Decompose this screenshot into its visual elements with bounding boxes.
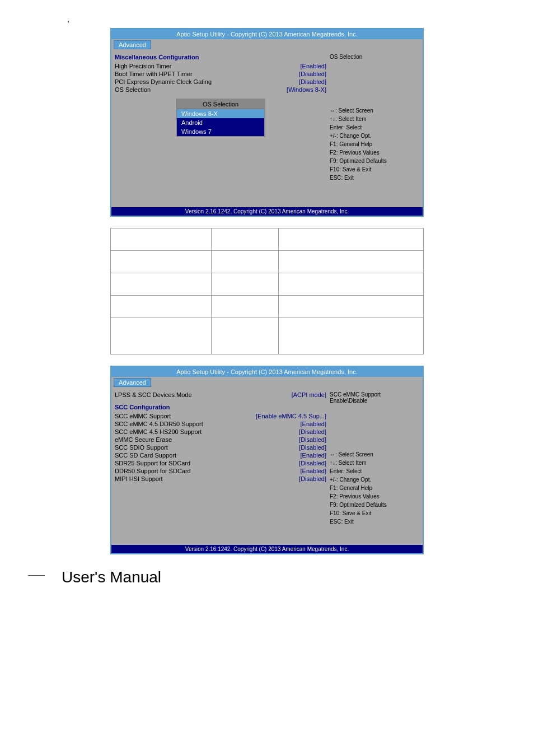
nav-help2-line-5: F1: General Help — [330, 484, 419, 492]
ddr50-sd-label: DDR50 Support for SDCard — [115, 468, 191, 474]
table-cell — [111, 296, 212, 318]
table-cell — [211, 318, 278, 354]
nav-help2-line-9: ESC: Exit — [330, 517, 419, 526]
sdio-value: [Disabled] — [299, 444, 326, 451]
nav-help-line-4: +/-: Change Opt. — [330, 132, 419, 140]
menu-item-pci[interactable]: PCI Express Dynamic Clock Gating [Disabl… — [115, 78, 326, 85]
table-cell — [278, 273, 423, 296]
menu-item-erase[interactable]: eMMC Secure Erase [Disabled] — [115, 436, 326, 443]
menu-item-boot-timer[interactable]: Boot Timer with HPET Timer [Disabled] — [115, 71, 326, 77]
table-row — [111, 228, 424, 251]
ddr50-sd-value: [Enabled] — [301, 468, 326, 474]
bios-screen-1: Aptio Setup Utility - Copyright (C) 2013… — [110, 28, 424, 217]
table-cell — [278, 318, 423, 354]
lpss-value: [ACPI mode] — [292, 391, 326, 398]
menu-item-hpt[interactable]: High Precision Timer [Enabled] — [115, 63, 326, 69]
advanced-tab-1[interactable]: Advanced — [114, 40, 151, 49]
nav-help2-line-3: Enter: Select — [330, 467, 419, 475]
table-section — [110, 228, 424, 354]
hs200-label: SCC eMMC 4.5 HS200 Support — [115, 428, 202, 435]
menu-item-emmc-support[interactable]: SCC eMMC Support [Enable eMMC 4.5 Sup...… — [115, 413, 326, 419]
os-sel-value: [Windows 8-X] — [287, 86, 326, 93]
erase-value: [Disabled] — [299, 436, 326, 443]
menu-item-os-sel[interactable]: OS Selection [Windows 8-X] — [115, 86, 326, 93]
os-option-android[interactable]: Android — [177, 118, 264, 127]
emmc-support-value: [Enable eMMC 4.5 Sup...] — [256, 413, 326, 419]
lpss-label: LPSS & SCC Devices Mode — [115, 391, 192, 398]
comma-decoration: , — [67, 14, 69, 24]
boot-timer-label: Boot Timer with HPET Timer — [115, 71, 193, 77]
nav-help-line-2: ↑↓: Select Item — [330, 115, 419, 123]
nav-help2-line-7: F9: Optimized Defaults — [330, 501, 419, 509]
table-cell — [278, 251, 423, 273]
table-cell — [278, 228, 423, 251]
menu-item-ddr50[interactable]: SCC eMMC 4.5 DDR50 Support [Enabled] — [115, 421, 326, 427]
bios-content-1: Miscellaneous Configuration High Precisi… — [111, 50, 423, 207]
pci-value: [Disabled] — [299, 78, 326, 85]
sdr25-label: SDR25 Support for SDCard — [115, 460, 190, 466]
table-cell — [278, 296, 423, 318]
nav-help2-line-2: ↑↓: Select Item — [330, 459, 419, 467]
table-row — [111, 251, 424, 273]
menu-item-lpss[interactable]: LPSS & SCC Devices Mode [ACPI mode] — [115, 391, 326, 398]
nav-help-line-7: F9: Optimized Defaults — [330, 157, 419, 165]
table-cell — [211, 251, 278, 273]
nav-help-line-6: F2: Previous Values — [330, 148, 419, 157]
table-row — [111, 273, 424, 296]
sd-card-label: SCC SD Card Support — [115, 452, 176, 459]
os-dropdown-title: OS Selection — [177, 100, 264, 109]
advanced-tab-2[interactable]: Advanced — [114, 378, 151, 387]
emmc-support-label: SCC eMMC Support — [115, 413, 171, 419]
bios-left-2: LPSS & SCC Devices Mode [ACPI mode] SCC … — [115, 391, 326, 542]
bios-screen-2: Aptio Setup Utility - Copyright (C) 2013… — [110, 366, 424, 554]
bios-left-1: Miscellaneous Configuration High Precisi… — [115, 54, 326, 204]
nav-help2-line-1: ↔: Select Screen — [330, 450, 419, 459]
hpt-value: [Enabled] — [301, 63, 326, 69]
os-option-win8x[interactable]: Windows 8-X — [177, 109, 264, 118]
menu-item-ddr50-sd[interactable]: DDR50 Support for SDCard [Enabled] — [115, 468, 326, 474]
menu-item-hs200[interactable]: SCC eMMC 4.5 HS200 Support [Disabled] — [115, 428, 326, 435]
table-cell — [211, 273, 278, 296]
bios-tab-bar-1: Advanced — [111, 39, 423, 50]
menu-item-mipi[interactable]: MIPI HSI Support [Disabled] — [115, 475, 326, 482]
bios-footer-1: Version 2.16.1242. Copyright (C) 2013 Am… — [111, 207, 423, 216]
menu-item-sd-card[interactable]: SCC SD Card Support [Enabled] — [115, 452, 326, 459]
scc-section-title: SCC Configuration — [115, 404, 326, 410]
menu-item-sdr25[interactable]: SDR25 Support for SDCard [Disabled] — [115, 460, 326, 466]
bios-content-2: LPSS & SCC Devices Mode [ACPI mode] SCC … — [111, 388, 423, 545]
menu-item-sdio[interactable]: SCC SDIO Support [Disabled] — [115, 444, 326, 451]
os-dropdown[interactable]: OS Selection Windows 8-X Android Windows… — [176, 99, 265, 137]
table-cell — [211, 296, 278, 318]
ddr50-label: SCC eMMC 4.5 DDR50 Support — [115, 421, 203, 427]
hs200-value: [Disabled] — [299, 428, 326, 435]
sd-card-value: [Enabled] — [301, 452, 326, 459]
os-option-win7[interactable]: Windows 7 — [177, 127, 264, 136]
boot-timer-value: [Disabled] — [299, 71, 326, 77]
os-help-title: OS Selection — [330, 54, 419, 60]
pci-label: PCI Express Dynamic Clock Gating — [115, 78, 212, 85]
nav-help2-line-4: +/-: Change Opt. — [330, 475, 419, 484]
table-cell — [111, 273, 212, 296]
nav-help-1: ↔: Select Screen ↑↓: Select Item Enter: … — [330, 106, 419, 182]
bios-right-2: SCC eMMC Support Enable\Disable ↔: Selec… — [330, 391, 419, 542]
bios-title-2: Aptio Setup Utility - Copyright (C) 2013… — [111, 367, 423, 377]
bios-title-1: Aptio Setup Utility - Copyright (C) 2013… — [111, 29, 423, 39]
table-cell — [111, 251, 212, 273]
table-row — [111, 296, 424, 318]
scc-help-title: SCC eMMC Support Enable\Disable — [330, 391, 419, 404]
bios-tab-bar-2: Advanced — [111, 377, 423, 388]
section-title-1: Miscellaneous Configuration — [115, 54, 326, 60]
table-cell — [211, 228, 278, 251]
table-row — [111, 318, 424, 354]
table-cell — [111, 228, 212, 251]
nav-help-2: ↔: Select Screen ↑↓: Select Item Enter: … — [330, 450, 419, 526]
os-sel-label: OS Selection — [115, 86, 151, 93]
nav-help-line-3: Enter: Select — [330, 123, 419, 132]
nav-help2-line-6: F2: Previous Values — [330, 492, 419, 501]
nav-help-line-8: F10: Save & Exit — [330, 165, 419, 174]
sdio-label: SCC SDIO Support — [115, 444, 168, 451]
bios-right-1: OS Selection ↔: Select Screen ↑↓: Select… — [330, 54, 419, 204]
nav-help-line-1: ↔: Select Screen — [330, 106, 419, 115]
hpt-label: High Precision Timer — [115, 63, 171, 69]
user-manual-label: User's Manual — [50, 566, 172, 589]
